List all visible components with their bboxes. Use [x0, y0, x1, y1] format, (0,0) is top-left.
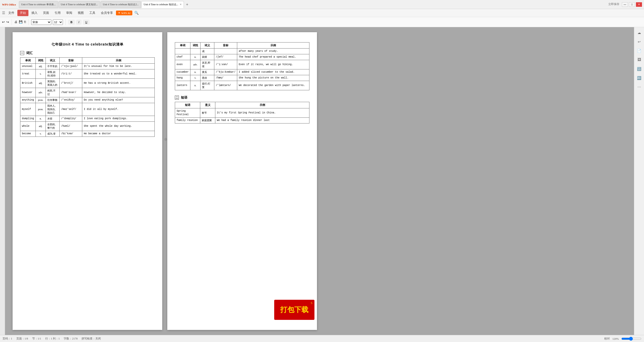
tab-3[interactable]: Unit 4 Time to celebrate 知识点2... [101, 1, 141, 8]
document-area: 七年级Unit 4 Time to celebrate知识清单 一 词汇 单词 … [5, 27, 634, 335]
font-family-select[interactable]: 宋体 [31, 19, 51, 25]
ai-label: WPS AI [121, 12, 130, 15]
meaning: 英国的;英国人的 [46, 79, 60, 88]
toolbar-copy[interactable]: ⎘ [24, 20, 26, 24]
menu-reference[interactable]: 引用 [52, 10, 63, 16]
section2-marker: 二 [175, 96, 179, 100]
spell-check: 拼写检查：关闭 [82, 337, 101, 340]
phonetic: /haʊ'evər/ [60, 88, 82, 97]
table-row: unusual adj. 不平常的 /'nju:ʒuəl/ It's unusu… [20, 64, 155, 69]
more-btn[interactable]: ⋯ [636, 83, 643, 91]
vocab-table: 单词 词性 词义 音标 示例 unusual adj. 不平常的 /'nju:ʒ… [20, 57, 155, 137]
phonetic [214, 49, 237, 54]
page-view-btn[interactable]: 📄 [636, 47, 643, 54]
tab-bar: Unit 4 Time to celebrate 单词表... Unit 4 T… [19, 1, 607, 8]
add-tab-button[interactable]: + [184, 1, 190, 8]
maximize-button[interactable]: □ [629, 2, 635, 7]
close-button[interactable]: ✕ [636, 2, 642, 7]
menu-file[interactable]: 文件 [6, 10, 17, 16]
text-btn[interactable]: 🔤 [636, 74, 643, 81]
bold-button[interactable]: B [68, 20, 75, 25]
image-btn[interactable]: 🖼 [636, 56, 643, 63]
top-bar: WPS Office Unit 4 Time to celebrate 单词表.… [0, 0, 644, 9]
section1-label: 词汇 [26, 51, 33, 55]
ai-logo-icon: ✦ [118, 11, 120, 15]
meaning: 其至,即使 [200, 60, 214, 69]
pos: v. [190, 75, 200, 81]
menu-start[interactable]: 开始 [17, 10, 28, 16]
meaning: 成 [200, 49, 214, 54]
phrase-header-meaning: 意义 [200, 102, 215, 108]
menu-page[interactable]: 页面 [41, 10, 52, 16]
hamburger-icon[interactable]: ☰ [2, 11, 5, 15]
italic-button[interactable]: I [76, 20, 82, 25]
tab-2[interactable]: Unit 4 Time to celebrate 课文知识... [59, 1, 100, 8]
phonetic: /'brɪtʃ/ [60, 79, 82, 88]
example: However, he decided to stay. [82, 88, 155, 97]
underline-button[interactable]: U [83, 20, 90, 25]
pos: n. [190, 81, 200, 90]
vocab-header-meaning: 词义 [46, 58, 60, 64]
minimize-button[interactable]: — [622, 2, 628, 7]
save-cloud-btn[interactable]: 立即保存 [608, 2, 619, 7]
position-indicator: 行：1 列：1 [45, 337, 60, 340]
meaning: 提灯;灯笼 [200, 81, 214, 90]
add-row-button[interactable]: ⊕ [164, 137, 167, 142]
history-btn[interactable]: ↩ [636, 38, 643, 45]
meaning: 任何事物 [46, 97, 60, 103]
table-row: become v. 成为,变 /bɪ'kʌm/ He became a doct… [20, 131, 155, 137]
example: We decorated the garden with paper lante… [237, 81, 309, 90]
pos: pron. [36, 97, 46, 103]
phonetic: /ʃef/ [214, 54, 237, 60]
view-mode[interactable]: 校对 [604, 337, 610, 340]
menu-tools[interactable]: 工具 [87, 10, 98, 16]
table-row: lantern n. 提灯;灯笼 /'læntərn/ We decorated… [175, 81, 309, 90]
toolbar-redo[interactable]: ↪ [6, 20, 9, 24]
number-btn[interactable]: 🔢 [636, 65, 643, 72]
pos: n. [190, 54, 200, 60]
pos: adj. [36, 122, 46, 131]
phrase-table: 短语 意义 示例 Spring Festival 春节 It's my firs… [175, 102, 309, 123]
tab-1[interactable]: Unit 4 Time to celebrate 单词表... [19, 1, 58, 8]
promo-badge[interactable]: 打包下载 S [274, 300, 314, 320]
font-size-select[interactable]: 12 [53, 19, 63, 25]
wps-logo: WPS Office [2, 3, 16, 6]
table-row: myself pron. 我本人,我亲自,我自己 /maɪ'self/ I di… [20, 103, 155, 116]
table-row: anything pron. 任何事物 /'eniθɪŋ/ Do you nee… [20, 97, 155, 103]
phonetic: /'kju:kʌmbər/ [214, 69, 237, 75]
toolbar-undo[interactable]: ↩ [2, 20, 5, 24]
tab-close[interactable]: ✕ [180, 3, 182, 6]
tab-4[interactable]: Unit 4 Time to celebrate 知识点... ✕ [141, 1, 184, 8]
word: lantern [175, 81, 190, 90]
cloud-sync-btn[interactable]: ☁ [636, 29, 643, 36]
page-1: 七年级Unit 4 Time to celebrate知识清单 一 词汇 单词 … [13, 32, 162, 330]
example: She treated us to a wonderful meal. [82, 69, 155, 79]
phrase-example: It's my first Spring Festival in China. [215, 108, 309, 117]
meaning: 然而,不过 [46, 88, 60, 97]
search-button[interactable]: 🔍 [133, 10, 140, 16]
menu-view[interactable]: 视图 [75, 10, 86, 16]
menu-review[interactable]: 审阅 [64, 10, 75, 16]
phonetic: /bɪ'kʌm/ [60, 131, 82, 137]
pos: v. [36, 131, 46, 137]
phonetic: /'dʌmplɪŋ/ [60, 116, 82, 122]
phrase: family reunion [175, 117, 200, 123]
toolbar-print[interactable]: 🖨 [14, 20, 17, 24]
zoom-slider[interactable] [621, 337, 641, 340]
meaning: 黄瓜 [200, 69, 214, 75]
word: whole [20, 122, 36, 131]
menu-insert[interactable]: 插入 [29, 10, 40, 16]
wps-ai-button[interactable]: ✦ WPS AI [116, 11, 132, 15]
status-bar: 页码：1 页面：1/8 节：1/1 行：1 列：1 字数：2178 拼写检查：关… [0, 335, 644, 342]
menu-membership[interactable]: 会员专享 [98, 10, 115, 16]
vocab-header-phonetic-p2: 音标 [214, 42, 237, 49]
status-right: 校对 120% [604, 337, 641, 340]
table-row: Spring Festival 春节 It's my first Spring … [175, 108, 309, 117]
vocab-header-word-p2: 单词 [175, 42, 190, 49]
table-row: chef n. 厨师 /ʃef/ The head chef prepared … [175, 54, 309, 60]
page-indicator: 页码：1 [3, 337, 12, 340]
table-row: 成 after many years of study. [175, 49, 309, 54]
meaning: 悬挂 [200, 75, 214, 81]
toolbar-save[interactable]: 💾 [19, 20, 23, 24]
example: The head chef prepared a special meal. [237, 54, 309, 60]
